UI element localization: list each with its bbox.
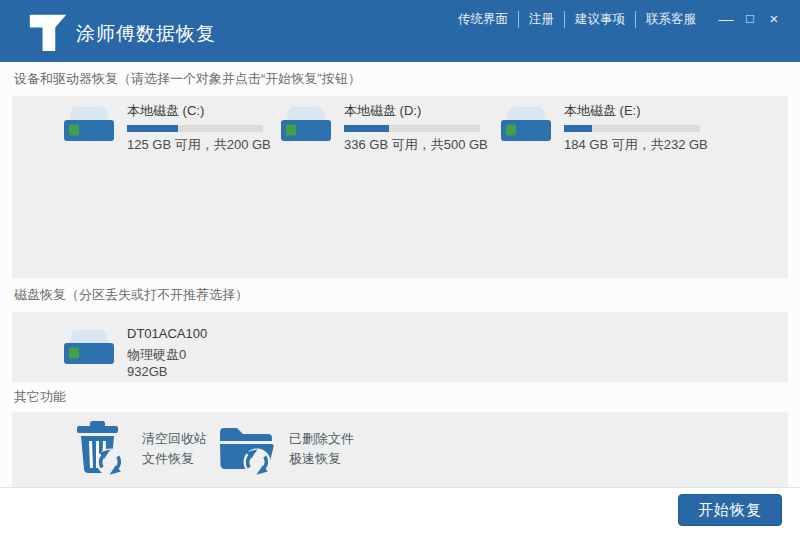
disk-recovery-panel: DT01ACA100 物理硬盘0 932GB (12, 312, 788, 382)
maximize-icon[interactable]: □ (738, 9, 762, 29)
nav-classic-ui[interactable]: 传统界面 (448, 11, 518, 28)
physical-disk-detail: 物理硬盘0 932GB (127, 346, 207, 379)
disk-usage-fill (564, 125, 592, 132)
drive-capacity: 336 GB 可用，共500 GB (344, 136, 484, 154)
disk-usage-fill (344, 125, 389, 132)
disk-usage-bar (344, 125, 480, 132)
hard-disk-icon (494, 104, 558, 144)
window-controls: — □ × (714, 9, 786, 29)
feature-label-line2: 文件恢复 (142, 449, 207, 469)
drive-capacity: 184 GB 可用，共232 GB (564, 136, 704, 154)
physical-disk-model: DT01ACA100 (127, 326, 207, 341)
feature-recycle-bin-recovery[interactable]: 清空回收站 文件恢复 (70, 421, 207, 477)
hard-disk-icon (274, 104, 338, 144)
feature-label-line1: 已删除文件 (289, 429, 354, 449)
section-title-disk-recovery: 磁盘恢复（分区丢失或打不开推荐选择） (0, 278, 800, 312)
nav-suggestions[interactable]: 建议事项 (564, 11, 635, 28)
nav-register[interactable]: 注册 (518, 11, 564, 28)
app-logo-icon (28, 11, 68, 53)
section-title-devices: 设备和驱动器恢复（请选择一个对象并点击“开始恢复”按钮） (0, 62, 800, 96)
drive-capacity: 125 GB 可用，共200 GB (127, 136, 267, 154)
drive-item-c[interactable]: 本地磁盘 (C:) 125 GB 可用，共200 GB (57, 102, 269, 152)
disk-usage-bar (564, 125, 700, 132)
feature-label-line2: 极速恢复 (289, 449, 354, 469)
app-title: 涂师傅数据恢复 (76, 21, 216, 47)
close-icon[interactable]: × (762, 9, 786, 29)
nav-contact-support[interactable]: 联系客服 (635, 11, 706, 28)
top-nav: 传统界面 注册 建议事项 联系客服 — □ × (448, 9, 786, 29)
recycle-bin-icon (70, 421, 128, 477)
drive-item-d[interactable]: 本地磁盘 (D:) 336 GB 可用，共500 GB (274, 102, 486, 152)
drive-name: 本地磁盘 (D:) (344, 102, 484, 120)
hard-disk-icon (57, 327, 121, 367)
app-window: 涂师傅数据恢复 传统界面 注册 建议事项 联系客服 — □ × 设备和驱动器恢复… (0, 0, 800, 533)
hard-disk-icon (57, 104, 121, 144)
feature-deleted-files-recovery[interactable]: 已删除文件 极速恢复 (217, 421, 354, 477)
start-recovery-button[interactable]: 开始恢复 (678, 494, 782, 526)
minimize-icon[interactable]: — (714, 9, 738, 29)
disk-usage-fill (127, 125, 178, 132)
title-bar: 涂师傅数据恢复 传统界面 注册 建议事项 联系客服 — □ × (0, 0, 800, 62)
devices-panel: 本地磁盘 (C:) 125 GB 可用，共200 GB 本地磁盘 (D:) 33… (12, 96, 788, 278)
disk-usage-bar (127, 125, 263, 132)
section-title-other: 其它功能 (0, 382, 800, 412)
drive-item-e[interactable]: 本地磁盘 (E:) 184 GB 可用，共232 GB (494, 102, 706, 152)
feature-label-line1: 清空回收站 (142, 429, 207, 449)
footer-bar: 开始恢复 (0, 488, 800, 533)
drive-name: 本地磁盘 (C:) (127, 102, 267, 120)
other-functions-panel: 清空回收站 文件恢复 已删除文件 极速恢复 (12, 412, 788, 487)
folder-icon (217, 421, 275, 477)
drive-name: 本地磁盘 (E:) (564, 102, 704, 120)
